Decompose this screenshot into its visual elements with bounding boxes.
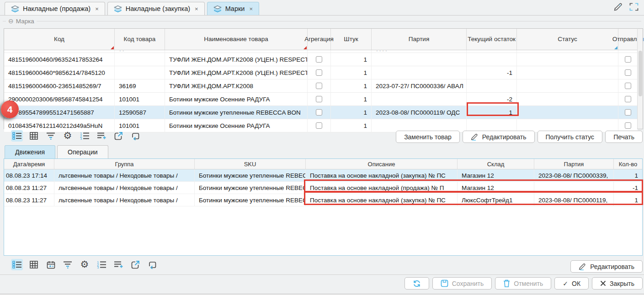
movements-table: Дата/время Группа SKU Описание Склад Пар… bbox=[4, 158, 643, 256]
scrollbar-thumb[interactable] bbox=[639, 51, 642, 96]
cell-batch: 2023-08-08/ ПС0000119/ ОДС bbox=[372, 106, 467, 119]
cell-product-code bbox=[115, 66, 165, 79]
aggregation-checkbox[interactable] bbox=[316, 96, 322, 102]
grid-view-icon[interactable] bbox=[28, 259, 40, 270]
col-header-status[interactable]: Статус bbox=[517, 29, 618, 50]
aggregation-checkbox[interactable] bbox=[316, 109, 322, 116]
col-header-description[interactable]: Описание bbox=[306, 159, 458, 169]
list-view-icon[interactable] bbox=[11, 259, 23, 270]
close-button[interactable]: Закрыть bbox=[592, 277, 643, 290]
col-header-sku[interactable]: SKU bbox=[195, 159, 306, 169]
cell-balance bbox=[467, 119, 517, 132]
aggregation-checkbox[interactable] bbox=[316, 69, 322, 76]
tab-close-icon[interactable]: × bbox=[95, 5, 99, 12]
tab-label: Накладные (закупка) bbox=[126, 5, 190, 12]
col-header-balance[interactable]: Текущий остаток bbox=[467, 29, 517, 50]
sent-checkbox[interactable] bbox=[625, 69, 631, 76]
col-header-code[interactable]: Код bbox=[4, 29, 115, 50]
col-header-qty[interactable]: Кол-во bbox=[614, 159, 642, 169]
cell-pieces: 1 bbox=[331, 106, 372, 119]
col-header-aggregation[interactable]: Агрегация bbox=[308, 29, 331, 50]
col-header-product-code[interactable]: Код товара bbox=[115, 29, 165, 50]
fullscreen-icon[interactable] bbox=[629, 3, 639, 11]
group-legend: ⊖ Марка bbox=[3, 17, 641, 25]
vertical-scrollbar[interactable] bbox=[637, 28, 643, 129]
sent-checkbox[interactable] bbox=[625, 122, 631, 129]
table-row-selected[interactable]: 5478955478995512471565887 12590587 Ботин… bbox=[4, 106, 638, 119]
save-button[interactable]: Сохранить bbox=[432, 277, 492, 290]
cell-pieces: 1 bbox=[331, 93, 372, 105]
close-icon bbox=[600, 280, 606, 286]
tab-movements[interactable]: Движения bbox=[5, 145, 55, 158]
numbered-list-icon[interactable]: 123 bbox=[79, 130, 90, 142]
collapse-icon[interactable]: ⊖ bbox=[8, 17, 14, 25]
list-view-icon[interactable] bbox=[11, 130, 23, 142]
highlight-box-movement-row2 bbox=[304, 179, 643, 192]
open-in-new-icon[interactable] bbox=[112, 130, 124, 142]
cell-name: ТУФЛИ ЖЕН.ДОМ.АРТ.К2008 (УЦЕН.) RESPECT bbox=[165, 66, 308, 79]
sent-checkbox[interactable] bbox=[625, 109, 631, 116]
tab-invoices-sale[interactable]: Накладные (продажа) × bbox=[5, 2, 105, 15]
reload-icon[interactable] bbox=[146, 259, 158, 270]
col-header-sent[interactable]: Отправлен bbox=[618, 29, 638, 50]
cell-sku: Ботинки мужские утепленные REBECCA BON bbox=[195, 182, 306, 194]
tab-invoices-purchase[interactable]: Накладные (закупка) × bbox=[107, 2, 205, 15]
calendar-icon[interactable] bbox=[45, 259, 57, 270]
cell-name: Ботинки мужские Осенние РАДУГА bbox=[165, 93, 308, 105]
tab-close-icon[interactable]: × bbox=[249, 5, 253, 12]
col-header-name[interactable]: Наименование товара bbox=[165, 29, 308, 50]
cell-product-code: 36169 bbox=[115, 79, 165, 92]
table-row[interactable]: 48151960004600-23651485269/7 36169 ТУФЛИ… bbox=[4, 79, 638, 93]
cell-sku: Ботинки мужские утепленные REBECCA BON bbox=[195, 194, 306, 206]
cell-sku: Ботинки мужские утепленные REBECCA BON bbox=[195, 169, 306, 181]
grid-view-icon[interactable] bbox=[28, 130, 40, 142]
filter-icon[interactable] bbox=[45, 130, 57, 142]
cancel-button[interactable]: Отменить bbox=[495, 277, 551, 290]
col-header-batch[interactable]: Партия bbox=[534, 159, 614, 169]
sent-checkbox[interactable] bbox=[625, 83, 631, 89]
tab-marks[interactable]: Марки × bbox=[207, 2, 259, 15]
edit-button[interactable]: Редактировать bbox=[570, 260, 643, 273]
cell-name: Ботинки мужские утепленные REBECCA BON bbox=[165, 106, 308, 119]
footer-divider bbox=[0, 274, 644, 275]
marks-toolbar: ⚙ 123 bbox=[11, 130, 141, 142]
ok-button[interactable]: ✓ ОК bbox=[554, 277, 589, 290]
edit-button[interactable]: Редактировать bbox=[463, 131, 535, 143]
cell-product-code: 101001 bbox=[115, 93, 165, 105]
aggregation-checkbox[interactable] bbox=[316, 56, 322, 63]
print-button[interactable]: Печать bbox=[605, 131, 643, 143]
trash-icon bbox=[503, 279, 510, 287]
add-rows-icon[interactable] bbox=[112, 259, 124, 270]
movements-toolbar: ⚙ 123 bbox=[11, 259, 158, 270]
aggregation-checkbox[interactable] bbox=[316, 83, 322, 89]
col-header-warehouse[interactable]: Склад bbox=[458, 159, 534, 169]
sent-checkbox[interactable] bbox=[625, 96, 631, 102]
col-header-pieces[interactable]: Штук bbox=[331, 29, 372, 50]
cell-status bbox=[517, 119, 618, 132]
sent-checkbox[interactable] bbox=[625, 56, 631, 63]
refresh-button[interactable] bbox=[404, 277, 429, 290]
tab-operations[interactable]: Операции bbox=[57, 145, 108, 158]
reload-icon[interactable] bbox=[129, 130, 141, 142]
add-rows-icon[interactable] bbox=[96, 130, 107, 142]
numbered-list-icon[interactable]: 123 bbox=[96, 259, 107, 270]
edit-pencil-icon[interactable] bbox=[613, 2, 623, 11]
table-row[interactable]: 2900000203006/98568745841254 101001 Боти… bbox=[4, 93, 638, 106]
open-in-new-icon[interactable] bbox=[129, 259, 141, 270]
gear-icon[interactable]: ⚙ bbox=[79, 259, 90, 270]
col-header-batch[interactable]: Партия bbox=[372, 29, 467, 50]
gear-icon[interactable]: ⚙ bbox=[62, 130, 74, 142]
cell-group: льтсвенные товары / Неходовые товары / bbox=[54, 194, 195, 206]
table-row[interactable]: 4815196000460*9856214/7845120 ТУФЛИ ЖЕН.… bbox=[4, 66, 638, 79]
get-status-button[interactable]: Получить статус bbox=[538, 131, 603, 143]
aggregation-checkbox[interactable] bbox=[316, 122, 322, 129]
col-header-group[interactable]: Группа bbox=[54, 159, 195, 169]
replace-product-button[interactable]: Заменить товар bbox=[396, 131, 460, 143]
col-header-datetime[interactable]: Дата/время bbox=[4, 159, 54, 169]
filter-icon[interactable] bbox=[62, 259, 74, 270]
tab-close-icon[interactable]: × bbox=[195, 5, 198, 12]
svg-text:3: 3 bbox=[97, 266, 99, 269]
table-row[interactable]: 4815196000460/96352417853264 ТУФЛИ ЖЕН.Д… bbox=[4, 53, 638, 66]
app-window: { "window": { "tabs": [ {"label": "Накла… bbox=[0, 0, 644, 295]
cell-balance bbox=[467, 53, 517, 66]
